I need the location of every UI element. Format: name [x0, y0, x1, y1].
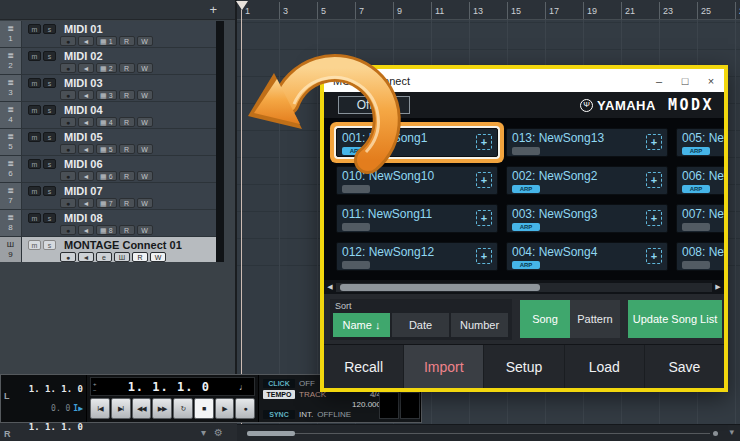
- tab-recall[interactable]: Recall: [324, 345, 404, 388]
- forward-button[interactable]: ▶▶: [152, 398, 172, 419]
- tab-save[interactable]: Save: [645, 345, 724, 388]
- monitor-button[interactable]: ◄: [78, 225, 94, 235]
- track-row[interactable]: ≣8 msMIDI 08 ●◄▦8RW: [0, 210, 216, 237]
- channel-button[interactable]: ▦5: [96, 144, 117, 154]
- add-track-icon[interactable]: +: [209, 2, 217, 17]
- read-automation-button[interactable]: R: [119, 117, 135, 127]
- solo-button[interactable]: s: [43, 24, 56, 34]
- mute-button[interactable]: m: [28, 51, 41, 61]
- edit-button[interactable]: e: [96, 252, 112, 262]
- record-arm-button[interactable]: ●: [60, 144, 76, 154]
- song-mode-button[interactable]: Song: [520, 300, 570, 338]
- song-list-scrollbar[interactable]: ◀ ▶: [324, 280, 724, 294]
- stop-button[interactable]: ■: [194, 398, 214, 419]
- solo-button[interactable]: s: [43, 78, 56, 88]
- record-arm-button[interactable]: ●: [60, 198, 76, 208]
- channel-button[interactable]: ▦1: [96, 36, 117, 46]
- record-arm-button[interactable]: ●: [60, 225, 76, 235]
- song-item[interactable]: 013: NewSong13+: [506, 128, 668, 157]
- song-item-selected[interactable]: 001: NewSong1ARP+: [336, 128, 498, 157]
- read-automation-button[interactable]: R: [119, 171, 135, 181]
- channel-button[interactable]: ▦7: [96, 198, 117, 208]
- transfer-icon[interactable]: +: [646, 210, 662, 226]
- track-row[interactable]: ≣5 msMIDI 05 ●◄▦5RW: [0, 129, 216, 156]
- record-arm-button[interactable]: ●: [60, 36, 76, 46]
- go-start-button[interactable]: I◀: [90, 398, 110, 419]
- timeline-scroll-thumb[interactable]: [247, 431, 295, 436]
- channel-button[interactable]: ▦3: [96, 90, 117, 100]
- write-automation-button[interactable]: W: [137, 36, 153, 46]
- read-automation-button[interactable]: R: [119, 36, 135, 46]
- nudge-down-icon[interactable]: −: [93, 387, 97, 393]
- monitor-button[interactable]: ◄: [78, 252, 94, 262]
- instrument-editor-button[interactable]: Ш: [114, 252, 130, 262]
- record-arm-button[interactable]: ●: [60, 63, 76, 73]
- monitor-button[interactable]: ◄: [78, 63, 94, 73]
- sort-name-button[interactable]: Name ↓: [333, 313, 390, 337]
- write-automation-button[interactable]: W: [150, 252, 166, 262]
- zoom-menu-icon[interactable]: ▾: [729, 427, 734, 437]
- position-display[interactable]: +− 1. 1. 1. 0 ♩: [90, 377, 255, 396]
- read-automation-button[interactable]: R: [119, 225, 135, 235]
- monitor-button[interactable]: ◄: [78, 198, 94, 208]
- read-automation-button[interactable]: R: [119, 90, 135, 100]
- solo-button[interactable]: s: [43, 186, 56, 196]
- song-item[interactable]: 012: NewSong12+: [336, 242, 498, 271]
- sort-date-button[interactable]: Date: [392, 313, 449, 337]
- mute-button[interactable]: m: [28, 78, 41, 88]
- tab-load[interactable]: Load: [565, 345, 645, 388]
- track-row-montage-connect[interactable]: Ш9 msMONTAGE Connect 01 ●◄eШRW: [0, 237, 216, 263]
- timeline-scrollbar[interactable]: ▾: [237, 424, 740, 441]
- tab-import[interactable]: Import: [404, 345, 484, 388]
- channel-button[interactable]: ▦8: [96, 225, 117, 235]
- track-list-scrollbar[interactable]: [216, 21, 224, 262]
- mute-button[interactable]: m: [28, 186, 41, 196]
- read-automation-button[interactable]: R: [132, 252, 148, 262]
- transfer-icon[interactable]: +: [476, 172, 492, 188]
- monitor-button[interactable]: ◄: [78, 144, 94, 154]
- write-automation-button[interactable]: W: [137, 225, 153, 235]
- read-automation-button[interactable]: R: [119, 198, 135, 208]
- monitor-button[interactable]: ◄: [78, 171, 94, 181]
- read-automation-button[interactable]: R: [119, 63, 135, 73]
- song-item[interactable]: 003: NewSong3ARP+: [506, 204, 668, 233]
- playhead-marker[interactable]: [236, 1, 248, 10]
- record-arm-button[interactable]: ●: [60, 90, 76, 100]
- write-automation-button[interactable]: W: [137, 63, 153, 73]
- song-item[interactable]: 010: NewSong10+: [336, 166, 498, 195]
- track-row[interactable]: ≣3 msMIDI 03 ●◄▦3RW: [0, 75, 216, 102]
- song-item[interactable]: 008: NewS+: [676, 242, 724, 271]
- write-automation-button[interactable]: W: [137, 198, 153, 208]
- mute-button[interactable]: m: [28, 240, 41, 250]
- right-locator[interactable]: R 1. 1. 1. 0 0. 0▶I: [4, 415, 83, 441]
- mute-button[interactable]: m: [28, 159, 41, 169]
- collapse-icon[interactable]: ▾: [201, 427, 206, 438]
- pattern-mode-button[interactable]: Pattern: [570, 300, 620, 338]
- song-item[interactable]: 011: NewSong11+: [336, 204, 498, 233]
- record-arm-button[interactable]: ●: [60, 252, 76, 262]
- mute-button[interactable]: m: [28, 105, 41, 115]
- solo-button[interactable]: s: [43, 132, 56, 142]
- song-item[interactable]: 006: NewSARP+: [676, 166, 724, 195]
- mute-button[interactable]: m: [28, 24, 41, 34]
- record-arm-button[interactable]: ●: [60, 117, 76, 127]
- go-end-button[interactable]: ▶I: [111, 398, 131, 419]
- transfer-icon[interactable]: +: [646, 248, 662, 264]
- monitor-button[interactable]: ◄: [78, 90, 94, 100]
- track-row[interactable]: ≣1 msMIDI 01 ●◄▦1RW: [0, 21, 216, 48]
- track-row[interactable]: ≣2 msMIDI 02 ●◄▦2RW: [0, 48, 216, 75]
- cycle-button[interactable]: ↻: [173, 398, 193, 419]
- solo-button[interactable]: s: [43, 51, 56, 61]
- write-automation-button[interactable]: W: [137, 90, 153, 100]
- timeline-ruler[interactable]: 1 3 5 7 9 11 13 15 17 19 21 23 25 27: [237, 0, 740, 20]
- transfer-icon[interactable]: +: [646, 134, 662, 150]
- punch-in-icon[interactable]: I▶: [73, 404, 83, 413]
- write-automation-button[interactable]: W: [137, 117, 153, 127]
- mute-button[interactable]: m: [28, 132, 41, 142]
- gear-icon[interactable]: ⚙: [214, 427, 223, 438]
- zoom-handle[interactable]: [713, 431, 718, 436]
- channel-button[interactable]: ▦6: [96, 171, 117, 181]
- song-item[interactable]: 004: NewSong4ARP+: [506, 242, 668, 271]
- track-row[interactable]: ≣7 msMIDI 07 ●◄▦7RW: [0, 183, 216, 210]
- solo-button[interactable]: s: [43, 105, 56, 115]
